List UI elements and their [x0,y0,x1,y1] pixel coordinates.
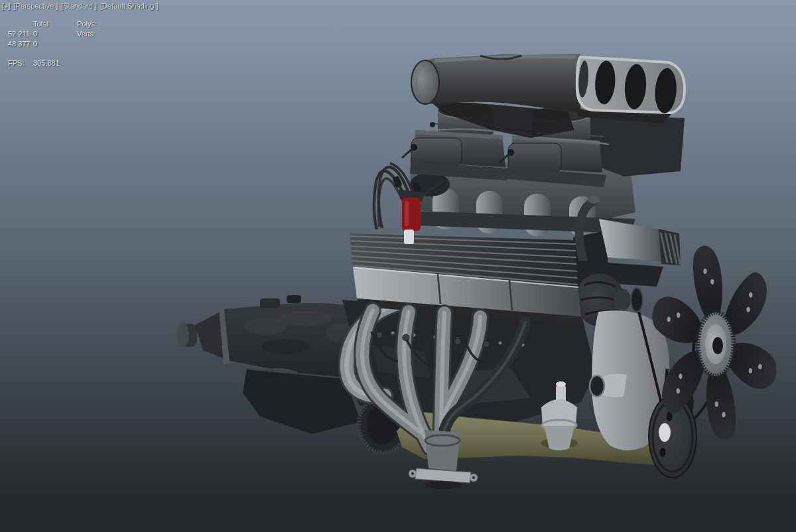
viewport-menu-shading[interactable]: [Default Shading ] [100,2,158,10]
fan-clutch-hub [698,312,734,376]
alternator-pulley [631,288,643,312]
viewport-menu-renderer[interactable]: [Standard ] [61,2,97,10]
viewport-label-bar: [+] [Perspective ] [Standard ] [Default … [2,2,158,10]
stats-polys-label: Polys: [77,20,97,28]
pulley-hole [659,423,671,442]
stats-verts-selected: 0 [33,40,77,48]
fuel-pump-dome [541,399,577,431]
stats-polys-selected: 0 [33,30,77,38]
stats-verts-total: 48 377 [8,40,33,48]
3d-viewport[interactable]: [+] [Perspective ] [Standard ] [Default … [0,0,796,532]
trans-tail-cap [177,323,189,347]
coil-bracket [404,230,414,244]
stats-fps-value: 305,881 [33,59,77,67]
engine-model-canvas[interactable] [0,0,796,532]
collector-flange [415,468,471,483]
water-pump-opening [590,375,604,397]
scoop-end-cap [411,60,439,104]
viewport-menu-pov[interactable]: [Perspective ] [14,2,58,10]
valve-cover-right [599,219,666,261]
stats-polys-total: 52 211 [8,30,33,38]
viewport-statistics: Total Polys: 52 211 0 Verts: 48 377 0 FP… [8,20,97,67]
viewport-menu-general[interactable]: [+] [2,2,11,10]
stats-column-header: Total [33,20,77,28]
carb-float-bowl [411,138,462,166]
stats-fps-label: FPS: [8,59,33,67]
stats-verts-label: Verts: [77,30,97,38]
